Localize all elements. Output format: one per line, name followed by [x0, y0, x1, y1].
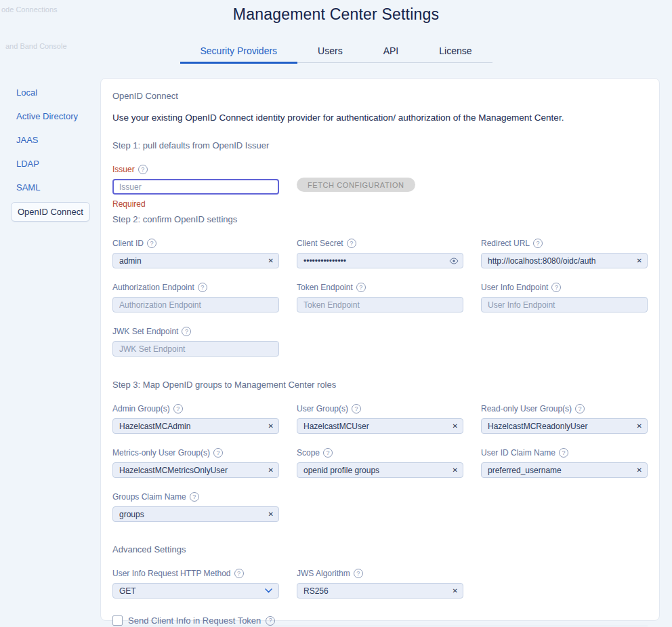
- authorization-endpoint-input[interactable]: [112, 297, 279, 312]
- metrics-only-user-groups-input[interactable]: [112, 462, 279, 478]
- issuer-row: Issuer Required FETCH CONFIGURATION: [112, 165, 648, 209]
- user-id-claim-name-label: User ID Claim Name: [481, 448, 648, 458]
- scope-input-box: [297, 462, 463, 478]
- help-icon[interactable]: [323, 448, 333, 458]
- sidebar-item-saml[interactable]: SAML: [11, 177, 100, 198]
- jwk-set-endpoint-label-text: JWK Set Endpoint: [112, 327, 178, 336]
- tab-security-providers[interactable]: Security Providers: [180, 39, 298, 62]
- scope-input[interactable]: [297, 462, 463, 478]
- help-icon[interactable]: [173, 404, 183, 413]
- sidebar-item-jaas[interactable]: JAAS: [11, 129, 100, 150]
- redirect-url-input[interactable]: [481, 253, 648, 268]
- jws-algorithm-label-text: JWS Algorithm: [297, 569, 350, 578]
- user-info-endpoint-input[interactable]: [481, 297, 648, 312]
- scope-field: Scope: [297, 448, 463, 478]
- clear-icon[interactable]: [453, 588, 458, 594]
- help-icon[interactable]: [356, 283, 366, 292]
- jwk-set-endpoint-input-box: [112, 341, 279, 357]
- clear-icon[interactable]: [268, 258, 274, 264]
- token-endpoint-input[interactable]: [297, 297, 463, 312]
- readonly-user-groups-input[interactable]: [481, 418, 648, 434]
- readonly-user-groups-input-box: [481, 418, 648, 434]
- help-icon[interactable]: [266, 616, 275, 626]
- redirect-url-field: Redirect URL: [481, 239, 648, 268]
- clear-icon[interactable]: [637, 467, 642, 474]
- help-icon[interactable]: [551, 283, 561, 292]
- clear-icon[interactable]: [637, 258, 642, 264]
- eye-icon[interactable]: [449, 258, 459, 264]
- token-endpoint-label: Token Endpoint: [297, 283, 463, 292]
- user-info-request-http-method-select[interactable]: GET: [112, 583, 279, 599]
- clear-icon[interactable]: [268, 423, 274, 430]
- panel-description: Use your existing OpenID Connect identit…: [112, 113, 648, 123]
- help-icon[interactable]: [559, 448, 568, 458]
- help-icon[interactable]: [533, 239, 543, 248]
- help-icon[interactable]: [234, 569, 244, 578]
- user-groups-input[interactable]: [297, 418, 463, 434]
- sidebar-item-openid-connect[interactable]: OpenID Connect: [11, 202, 90, 222]
- help-icon[interactable]: [354, 569, 363, 578]
- user-groups-field: User Group(s): [297, 404, 463, 434]
- user-info-endpoint-field: User Info Endpoint: [481, 283, 648, 312]
- help-icon[interactable]: [182, 327, 191, 336]
- readonly-user-groups-field: Read-only User Group(s): [481, 404, 648, 434]
- groups-claim-name-label-text: Groups Claim Name: [112, 492, 186, 502]
- user-id-claim-name-label-text: User ID Claim Name: [481, 448, 555, 458]
- client-secret-input[interactable]: [297, 253, 463, 268]
- fetch-configuration-button[interactable]: FETCH CONFIGURATION: [297, 178, 415, 192]
- send-client-info-label: Send Client Info in Request Token: [128, 615, 261, 626]
- client-secret-input-box: [297, 253, 463, 268]
- help-icon[interactable]: [198, 283, 207, 292]
- help-icon[interactable]: [575, 404, 585, 413]
- step2-title: Step 2: confirm OpenID settings: [112, 214, 648, 224]
- clear-icon[interactable]: [268, 467, 274, 474]
- help-icon[interactable]: [147, 239, 156, 248]
- help-icon[interactable]: [190, 492, 199, 502]
- user-info-endpoint-label: User Info Endpoint: [481, 283, 648, 292]
- user-groups-input-box: [297, 418, 463, 434]
- clear-icon[interactable]: [453, 423, 458, 430]
- groups-claim-name-input-box: [112, 506, 279, 522]
- authorization-endpoint-field: Authorization Endpoint: [112, 283, 279, 312]
- issuer-label-text: Issuer: [112, 165, 135, 174]
- user-groups-label: User Group(s): [297, 404, 463, 413]
- chevron-down-icon: [265, 588, 272, 593]
- user-info-request-http-method-label-text: User Info Request HTTP Method: [112, 569, 231, 578]
- step3-row-3: Groups Claim Name: [112, 492, 648, 522]
- help-icon[interactable]: [347, 239, 356, 248]
- client-id-input[interactable]: [112, 253, 279, 268]
- clear-icon[interactable]: [637, 423, 642, 430]
- panel-heading: OpenID Connect: [112, 91, 648, 101]
- footer-divider: [112, 626, 648, 626]
- tab-api[interactable]: API: [363, 39, 419, 62]
- tab-license[interactable]: License: [419, 39, 492, 62]
- authorization-endpoint-label-text: Authorization Endpoint: [112, 283, 194, 292]
- redirect-url-label: Redirect URL: [481, 239, 648, 248]
- issuer-required-error: Required: [112, 199, 279, 209]
- metrics-only-user-groups-input-box: [112, 462, 279, 478]
- tab-users[interactable]: Users: [297, 39, 363, 62]
- redirect-url-input-box: [481, 253, 648, 268]
- sidebar-item-ldap[interactable]: LDAP: [11, 153, 100, 174]
- groups-claim-name-input[interactable]: [112, 506, 279, 522]
- user-id-claim-name-input[interactable]: [481, 462, 648, 478]
- jwk-set-endpoint-input[interactable]: [112, 341, 279, 357]
- sidebar-item-local[interactable]: Local: [11, 82, 100, 103]
- authorization-endpoint-input-box: [112, 297, 279, 312]
- help-icon[interactable]: [213, 448, 223, 458]
- help-icon[interactable]: [352, 404, 361, 413]
- admin-groups-input[interactable]: [112, 418, 279, 434]
- help-icon[interactable]: [138, 165, 148, 174]
- jws-algorithm-input[interactable]: [297, 583, 463, 599]
- user-groups-label-text: User Group(s): [297, 404, 348, 413]
- client-id-input-box: [112, 253, 279, 268]
- clear-icon[interactable]: [453, 467, 458, 474]
- scope-label: Scope: [297, 448, 463, 458]
- redirect-url-label-text: Redirect URL: [481, 239, 530, 248]
- token-endpoint-field: Token Endpoint: [297, 283, 463, 312]
- send-client-info-checkbox[interactable]: [112, 615, 123, 626]
- user-info-request-http-method-label: User Info Request HTTP Method: [112, 569, 279, 578]
- sidebar-item-active-directory[interactable]: Active Directory: [11, 106, 100, 127]
- issuer-input[interactable]: [112, 179, 279, 195]
- clear-icon[interactable]: [268, 511, 274, 518]
